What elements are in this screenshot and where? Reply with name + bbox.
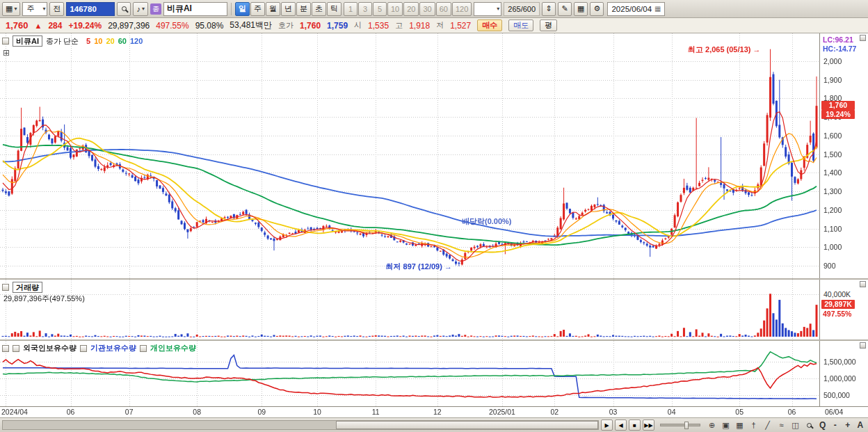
play-button[interactable]: ▶ <box>601 419 613 431</box>
chart-hscrollbar[interactable] <box>2 420 599 430</box>
compare-icon: ◫ <box>791 421 798 430</box>
volume-ratio: 497.55% <box>156 21 188 31</box>
prev-stock-button[interactable]: 전 <box>49 2 64 16</box>
grid-icon: ▦ <box>736 421 743 430</box>
ownership-tick: 1,500,000 <box>823 358 856 366</box>
time-tick-label: 09 <box>257 408 266 416</box>
last-date-label: 06/04 <box>825 408 843 416</box>
interval-button[interactable]: 120 <box>452 2 472 16</box>
settings-button[interactable]: ⚙ <box>590 2 604 16</box>
period-tab[interactable]: 초 <box>312 2 326 16</box>
time-tick-label: 08 <box>193 408 201 416</box>
pane-collapse-button[interactable] <box>860 35 866 41</box>
period-button-group: 일주월년분초틱 <box>235 2 341 16</box>
interval-button[interactable]: 20 <box>403 2 419 16</box>
buy-button[interactable]: 매수 <box>477 19 502 31</box>
chevron-down-icon: ▾ <box>42 6 45 12</box>
time-tick-label: 2024/04 <box>1 408 28 416</box>
interval-button[interactable]: 60 <box>436 2 451 16</box>
zoom-in-button[interactable]: + <box>842 419 853 431</box>
sell-button[interactable]: 매도 <box>508 19 533 31</box>
avg-button[interactable]: 평 <box>540 19 557 31</box>
search-button[interactable] <box>117 2 131 16</box>
zoom-reset-button[interactable]: Q <box>817 419 828 431</box>
interval-button[interactable]: 30 <box>419 2 435 16</box>
volume-tick: 40,000K <box>823 290 851 298</box>
speed-slider-thumb[interactable] <box>684 422 689 429</box>
interval-button[interactable]: 5 <box>373 2 387 16</box>
quote-label: 호가 <box>278 20 294 31</box>
up-arrow-icon: ▲ <box>35 22 42 30</box>
extra-combo[interactable]: ▾ <box>474 2 501 16</box>
price-axis: LC:96.21 HC:-14.77 2,0001,9001,8001,7001… <box>819 33 868 278</box>
volume-chart-canvas[interactable] <box>0 280 819 339</box>
scale-icon: ⇕ <box>545 4 552 13</box>
period-tab[interactable]: 일 <box>235 2 250 16</box>
stock-code-input[interactable] <box>66 2 115 16</box>
turnover-ratio: 95.08% <box>195 21 224 31</box>
speed-slider[interactable] <box>660 424 700 426</box>
price-tick: 1,600 <box>823 131 842 140</box>
auto-scale-button[interactable]: A <box>855 419 865 431</box>
price-tick: 900 <box>823 262 836 270</box>
pan-tool-button[interactable]: ⊕ <box>706 419 718 431</box>
ask-price: 1,760 <box>300 21 321 31</box>
snapshot-button[interactable]: ▣ <box>720 419 732 431</box>
time-tick-label: 03 <box>609 408 618 416</box>
ownership-chart-canvas[interactable] <box>0 341 819 406</box>
time-tick-label: 02 <box>550 408 558 416</box>
grid-toggle-button[interactable]: ▦ <box>734 419 746 431</box>
period-tab[interactable]: 틱 <box>327 2 341 16</box>
layout-tool-button[interactable]: ▦ <box>574 2 588 16</box>
price-chart-canvas[interactable] <box>0 33 819 278</box>
compare-button[interactable]: ◫ <box>789 419 801 431</box>
pan-icon: ⊕ <box>709 421 715 430</box>
link-period-combo[interactable]: 주▾ <box>22 2 47 16</box>
magnifier-icon <box>807 423 812 428</box>
pane-collapse-button[interactable] <box>860 342 866 349</box>
current-pct-tag: 19.24% <box>821 110 855 119</box>
time-axis: 2024/04060708091011122025/010203040506 0… <box>0 406 868 417</box>
interval-button[interactable]: 1 <box>344 2 357 16</box>
date-picker[interactable]: 2025/06/04▦ <box>607 2 665 16</box>
layout-icon: ▦ <box>577 4 584 13</box>
indicator-button[interactable]: ≈ <box>775 419 787 431</box>
magnifier-button[interactable] <box>803 419 815 431</box>
stock-name-field[interactable]: 비큐AI <box>163 2 227 16</box>
chart-window-button[interactable]: ▦▾ <box>2 2 20 16</box>
scale-tool-button[interactable]: ⇕ <box>542 2 556 16</box>
open-label: 시 <box>354 20 362 31</box>
period-tab[interactable]: 월 <box>266 2 280 16</box>
bid-price: 1,759 <box>327 21 348 31</box>
fast-forward-button[interactable]: ▶▶ <box>643 419 654 431</box>
search-icon <box>122 6 127 11</box>
zoom-out-button[interactable]: - <box>830 419 840 431</box>
time-tick-label: 12 <box>433 408 442 416</box>
time-tick-label: 05 <box>735 408 744 416</box>
period-tab[interactable]: 주 <box>250 2 265 16</box>
time-tick-label: 06 <box>67 408 75 416</box>
stock-chart-window: ▦▾ 주▾ 전 ♪▾ 종 비큐AI 일주월년분초틱 13510203060120… <box>0 0 868 432</box>
time-tick-label: 10 <box>313 408 321 416</box>
stop-button[interactable]: ■ <box>629 419 641 431</box>
interval-button[interactable]: 3 <box>358 2 372 16</box>
volume-value: 29,897,396 <box>108 21 150 31</box>
chart-stack: 비큐AI 종가 단순 5102060120 ⊞ 최고 2,065 (05/13)… <box>0 33 868 417</box>
sound-button[interactable]: ♪▾ <box>133 2 148 16</box>
trade-value: 53,481백만 <box>230 19 272 31</box>
hscroll-thumb[interactable] <box>336 421 598 429</box>
calendar-icon: ▦ <box>654 5 661 13</box>
gear-icon: ⚙ <box>594 4 601 13</box>
trendline-button[interactable]: ╱ <box>762 419 773 431</box>
time-tick-label: 2025/01 <box>489 408 515 416</box>
draw-tool-button[interactable]: ✎ <box>558 2 572 16</box>
time-tick-label: 07 <box>125 408 134 416</box>
period-tab[interactable]: 년 <box>281 2 296 16</box>
price-pane: 비큐AI 종가 단순 5102060120 ⊞ 최고 2,065 (05/13)… <box>0 33 868 278</box>
price-tick: 1,300 <box>823 187 842 195</box>
step-back-button[interactable]: ◀ <box>615 419 627 431</box>
period-tab[interactable]: 분 <box>296 2 311 16</box>
interval-button[interactable]: 10 <box>387 2 403 16</box>
pane-collapse-button[interactable] <box>860 281 866 287</box>
crosshair-button[interactable]: † <box>748 419 760 431</box>
